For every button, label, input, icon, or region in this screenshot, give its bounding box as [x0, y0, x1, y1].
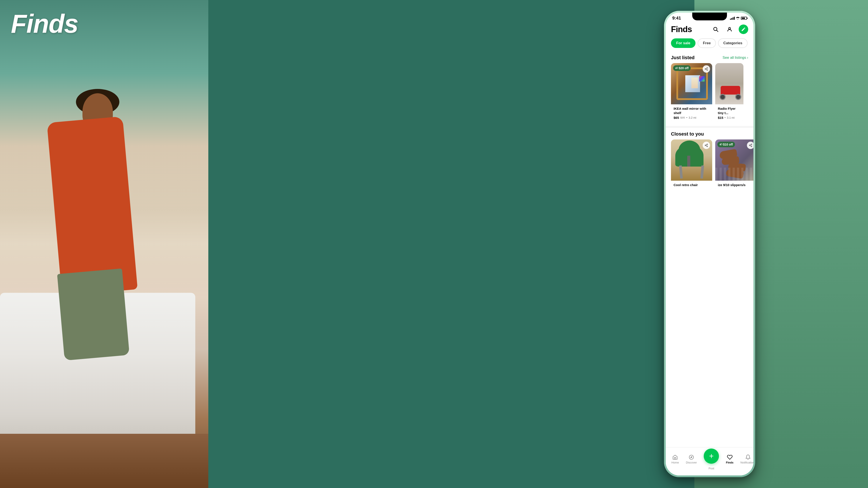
- status-time: 9:41: [672, 15, 681, 21]
- listing-radio-image: [715, 63, 743, 104]
- bg-title: Finds: [11, 9, 78, 39]
- listing-mirror-info: IKEA wall mirror with shelf $65 $85 • 3.…: [671, 104, 712, 122]
- tag-icon: 🏷: [675, 67, 678, 70]
- listing-radio-dist-sep: •: [724, 116, 726, 119]
- filter-tab-for-sale[interactable]: For sale: [671, 38, 695, 48]
- svg-point-8: [707, 144, 708, 145]
- svg-line-11: [706, 145, 707, 146]
- search-button[interactable]: [711, 25, 720, 34]
- header-icons: [711, 25, 748, 34]
- listing-slippers-name: ize 9/10 slippers/s: [718, 183, 753, 187]
- person-pants: [57, 268, 129, 361]
- svg-point-4: [705, 69, 706, 69]
- svg-point-15: [751, 146, 752, 147]
- bottom-nav: Home Discover + Post: [666, 447, 753, 476]
- svg-rect-18: [675, 457, 676, 459]
- nav-post-label: Post: [709, 467, 714, 470]
- phone-screen: 9:41: [666, 12, 753, 476]
- discount-badge-mirror: 🏷 $20 off: [673, 65, 691, 71]
- svg-point-3: [707, 67, 708, 68]
- svg-point-5: [707, 70, 708, 70]
- just-listed-row: 🏷 $20 off: [666, 63, 753, 126]
- person-body: [47, 116, 137, 296]
- phone-mockup: 9:41: [664, 11, 755, 477]
- listing-radio-info: Radio Flyer tiny t... $15 • 3.1 mi: [715, 104, 743, 122]
- filter-tab-categories[interactable]: Categories: [718, 38, 748, 48]
- app-header: Finds: [666, 22, 753, 37]
- listing-radio-price: $15: [718, 116, 723, 120]
- tag-icon-2: 🏷: [720, 143, 722, 146]
- nav-notifications[interactable]: Notifications: [737, 453, 753, 466]
- listing-chair-image: [671, 139, 712, 181]
- nav-finds[interactable]: Finds: [722, 453, 737, 466]
- nav-discover-label: Discover: [686, 461, 697, 464]
- listing-slippers-image: 🏷 $10 off: [715, 139, 753, 181]
- background-photo: Finds: [0, 0, 208, 488]
- svg-point-9: [705, 145, 706, 146]
- filter-tabs: For sale Free Categories: [666, 37, 753, 52]
- share-button-mirror[interactable]: [703, 65, 710, 73]
- listing-mirror-dist: 3.2 mi: [688, 116, 696, 119]
- discount-badge-slippers: 🏷 $10 off: [717, 142, 735, 147]
- phone-outer: 9:41: [664, 11, 755, 477]
- listing-mirror-old-price: $85: [680, 116, 685, 119]
- battery-icon: [741, 17, 747, 20]
- svg-point-2: [729, 27, 731, 29]
- listing-mirror[interactable]: 🏷 $20 off: [671, 63, 712, 122]
- person: [43, 76, 148, 401]
- svg-point-10: [707, 146, 708, 147]
- floor-area: [0, 434, 208, 488]
- svg-line-1: [716, 30, 718, 32]
- closest-title: Closest to you: [671, 131, 704, 137]
- closest-row: Cool retro chair: [666, 139, 753, 195]
- nav-finds-label: Finds: [726, 461, 734, 464]
- listing-mirror-distance: •: [686, 116, 687, 119]
- listing-chair-info: Cool retro chair: [671, 181, 712, 190]
- just-listed-title: Just listed: [671, 55, 694, 61]
- wifi-icon: [736, 17, 740, 20]
- discover-icon: [688, 454, 694, 460]
- svg-point-13: [751, 144, 752, 145]
- listing-chair-name: Cool retro chair: [674, 183, 710, 187]
- listing-mirror-name: IKEA wall mirror with shelf: [674, 106, 710, 115]
- status-icons: [730, 17, 747, 20]
- listing-slippers-info: ize 9/10 slippers/s: [715, 181, 753, 190]
- closest-section-header: Closest to you: [666, 128, 753, 139]
- chevron-right-icon: ›: [747, 56, 748, 60]
- listing-chair[interactable]: Cool retro chair: [671, 139, 712, 190]
- app-content[interactable]: Just listed See all listings ›: [666, 52, 753, 476]
- post-button[interactable]: +: [704, 449, 719, 464]
- nav-discover[interactable]: Discover: [682, 453, 701, 466]
- listing-slippers[interactable]: 🏷 $10 off: [715, 139, 753, 190]
- nav-notifications-label: Notifications: [740, 461, 753, 464]
- share-button-chair[interactable]: [703, 142, 710, 149]
- svg-line-16: [750, 145, 751, 146]
- plus-icon: +: [709, 452, 714, 460]
- nav-home-label: Home: [672, 461, 679, 464]
- see-all-listings-link[interactable]: See all listings ›: [723, 56, 748, 60]
- compose-button[interactable]: [739, 25, 748, 34]
- listing-mirror-price: $65: [674, 116, 679, 120]
- phone-notch: [692, 12, 727, 21]
- home-icon: [672, 454, 678, 460]
- listing-radio-name: Radio Flyer tiny t...: [718, 106, 741, 115]
- filter-tab-free[interactable]: Free: [698, 38, 716, 48]
- nav-home[interactable]: Home: [668, 453, 682, 466]
- svg-line-12: [706, 144, 707, 145]
- svg-line-6: [706, 69, 707, 70]
- listing-radio-dist: 3.1 mi: [727, 116, 735, 119]
- section-divider-1: [666, 126, 753, 128]
- profile-button[interactable]: [725, 25, 734, 34]
- just-listed-section-header: Just listed See all listings ›: [666, 52, 753, 63]
- svg-line-17: [750, 144, 751, 145]
- nav-post[interactable]: + Post: [700, 447, 722, 472]
- bell-icon: [745, 454, 751, 460]
- signal-icon: [730, 17, 735, 20]
- listing-mirror-image: 🏷 $20 off: [671, 63, 712, 104]
- svg-line-7: [706, 68, 707, 69]
- finds-icon: [727, 454, 733, 460]
- share-button-slippers[interactable]: [747, 142, 753, 149]
- app-title: Finds: [671, 25, 692, 34]
- listing-radio-flyer[interactable]: Radio Flyer tiny t... $15 • 3.1 mi: [715, 63, 743, 122]
- svg-point-14: [749, 145, 750, 146]
